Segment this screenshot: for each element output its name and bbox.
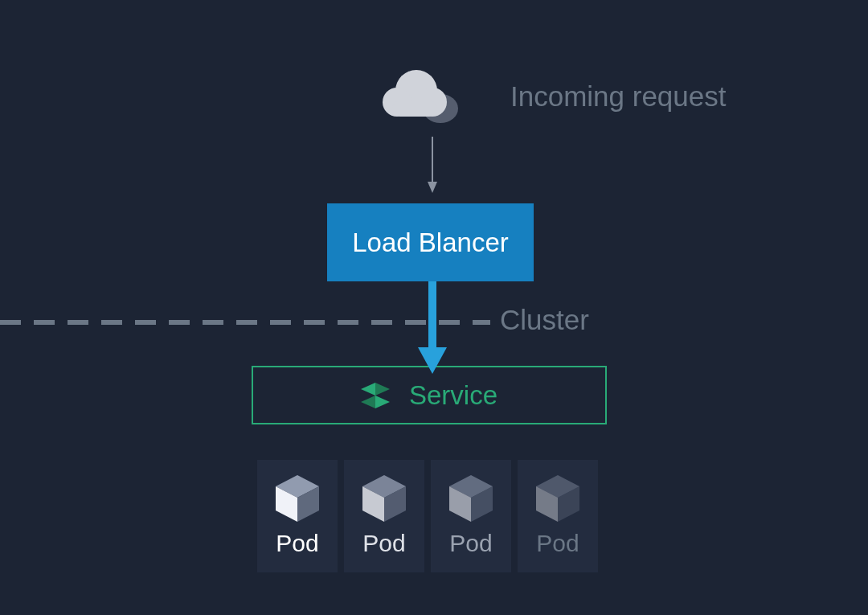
load-balancer-label: Load Blancer — [352, 228, 508, 258]
svg-rect-4 — [392, 100, 437, 117]
svg-marker-10 — [361, 383, 375, 396]
arrow-lb-to-service — [428, 281, 448, 377]
pod-label: Pod — [536, 530, 579, 557]
cloud-icon — [378, 68, 474, 136]
cluster-label: Cluster — [500, 304, 589, 336]
load-balancer-box: Load Blancer — [327, 203, 534, 281]
cube-icon — [276, 475, 319, 522]
service-label: Service — [409, 380, 497, 411]
incoming-request-label: Incoming request — [510, 80, 726, 113]
pod-cell: Pod — [431, 460, 511, 572]
pod-cell: Pod — [257, 460, 338, 572]
service-hex-icon — [361, 383, 390, 408]
pod-label: Pod — [362, 530, 405, 557]
pods-row: Pod Pod Pod Pod — [257, 460, 598, 572]
svg-marker-8 — [418, 347, 447, 374]
svg-marker-6 — [428, 182, 437, 193]
pod-label: Pod — [449, 530, 492, 557]
svg-marker-12 — [361, 396, 375, 408]
pod-cell: Pod — [344, 460, 424, 572]
cube-icon — [362, 475, 406, 522]
svg-marker-11 — [375, 383, 390, 396]
cube-icon — [449, 475, 493, 522]
arrow-cloud-to-lb — [428, 137, 437, 196]
cube-icon — [536, 475, 579, 522]
svg-marker-13 — [375, 396, 390, 408]
pod-cell: Pod — [518, 460, 598, 572]
pod-label: Pod — [276, 530, 318, 557]
